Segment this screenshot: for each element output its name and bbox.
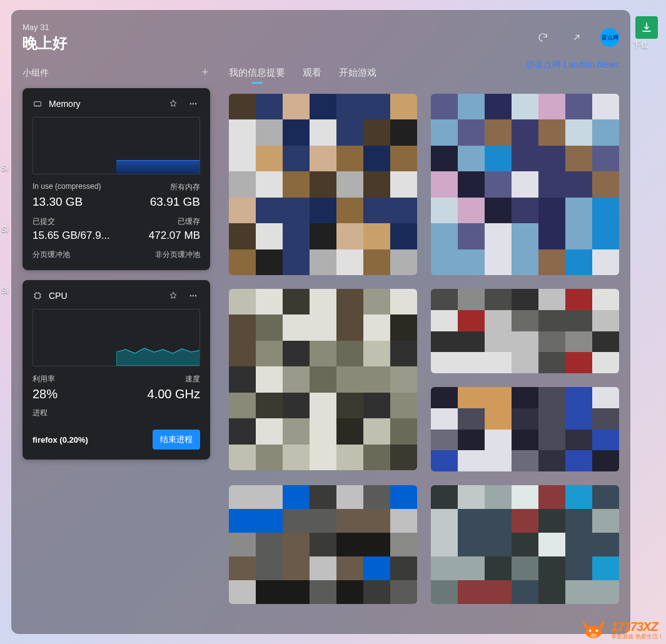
feed-card[interactable]: [229, 289, 417, 470]
bull-icon: [580, 619, 607, 640]
more-button[interactable]: [186, 289, 200, 303]
add-widget-button[interactable]: [200, 67, 210, 79]
cpu-speed-value: 4.00 GHz: [116, 387, 200, 401]
cpu-title: CPU: [49, 291, 160, 301]
mem-committed-value: 15.65 GB/67.9...: [33, 229, 116, 242]
desktop-left-label: Si: [1, 225, 8, 234]
svg-point-3: [195, 103, 196, 104]
desktop-left-label: Si: [1, 286, 8, 295]
logo-tagline: 享受游戏 热爱生活！: [611, 634, 663, 640]
feed-card[interactable]: [431, 387, 619, 471]
pin-button[interactable]: [166, 97, 180, 111]
mem-inuse-label: In use (compressed): [33, 182, 116, 193]
cpu-util-label: 利用率: [33, 374, 116, 385]
cpu-widget[interactable]: CPU 利用率 速度 28% 4.00 GHz: [23, 280, 210, 460]
mem-total-label: 所有内存: [116, 182, 200, 193]
watermark-text: @蓝点网 Landian.News: [526, 59, 619, 71]
feed-card[interactable]: [431, 485, 619, 604]
svg-rect-4: [35, 293, 40, 298]
logo-brand: 17173XZ: [611, 620, 663, 633]
svg-point-6: [193, 295, 194, 296]
widgets-panel: May 31 晚上好 蓝点网 小组件: [11, 10, 630, 634]
memory-widget[interactable]: Memory In use (compressed) 所有内存 13.30 GB…: [23, 88, 210, 270]
desktop-left-label: Si: [1, 164, 8, 173]
svg-point-5: [190, 295, 191, 296]
tab-my-feed[interactable]: 我的信息提要: [229, 67, 285, 84]
feed-card[interactable]: [229, 485, 417, 604]
cpu-icon: [33, 291, 43, 301]
mem-inuse-value: 13.30 GB: [33, 195, 116, 209]
desktop-download-icon[interactable]: [635, 16, 658, 39]
feed-grid: [229, 94, 619, 624]
expand-button[interactable]: [567, 28, 587, 48]
user-avatar[interactable]: 蓝点网: [600, 28, 619, 47]
widgets-section-title: 小组件: [23, 68, 49, 79]
feed-card[interactable]: [431, 289, 619, 373]
tab-watch[interactable]: 观看: [303, 67, 321, 84]
svg-point-9: [589, 630, 592, 632]
cpu-proc-name: firefox (0.20%): [33, 435, 88, 445]
end-process-button[interactable]: 结束进程: [153, 430, 200, 450]
svg-rect-0: [34, 102, 41, 106]
feed-card[interactable]: [229, 94, 417, 275]
mem-cached-label: 已缓存: [116, 216, 200, 227]
cpu-proc-label: 进程: [33, 408, 200, 418]
desktop-download-label: 下载: [633, 40, 648, 51]
mem-committed-label: 已提交: [33, 216, 116, 227]
mem-nonpaged-label: 非分页缓冲池: [116, 249, 200, 260]
site-logo: 17173XZ 享受游戏 热爱生活！: [580, 619, 663, 640]
memory-title: Memory: [49, 99, 160, 109]
mem-paged-label: 分页缓冲池: [33, 249, 116, 260]
svg-point-1: [190, 103, 191, 104]
pin-button[interactable]: [166, 289, 180, 303]
svg-point-2: [193, 103, 194, 104]
cpu-speed-label: 速度: [116, 374, 200, 385]
memory-chart: [33, 117, 200, 174]
cpu-util-value: 28%: [33, 387, 116, 401]
cpu-chart: [33, 309, 200, 366]
svg-point-10: [596, 630, 598, 632]
header-date: May 31: [23, 23, 68, 32]
feed-card[interactable]: [431, 94, 619, 275]
mem-total-value: 63.91 GB: [116, 195, 200, 209]
memory-icon: [33, 99, 43, 109]
svg-point-7: [195, 295, 196, 296]
avatar-text: 蓝点网: [602, 34, 618, 42]
header-greeting: 晚上好: [23, 33, 68, 53]
svg-point-11: [590, 633, 597, 637]
mem-cached-value: 472.07 MB: [116, 229, 200, 242]
refresh-button[interactable]: [533, 28, 553, 48]
more-button[interactable]: [186, 97, 200, 111]
tab-play[interactable]: 开始游戏: [339, 67, 376, 84]
